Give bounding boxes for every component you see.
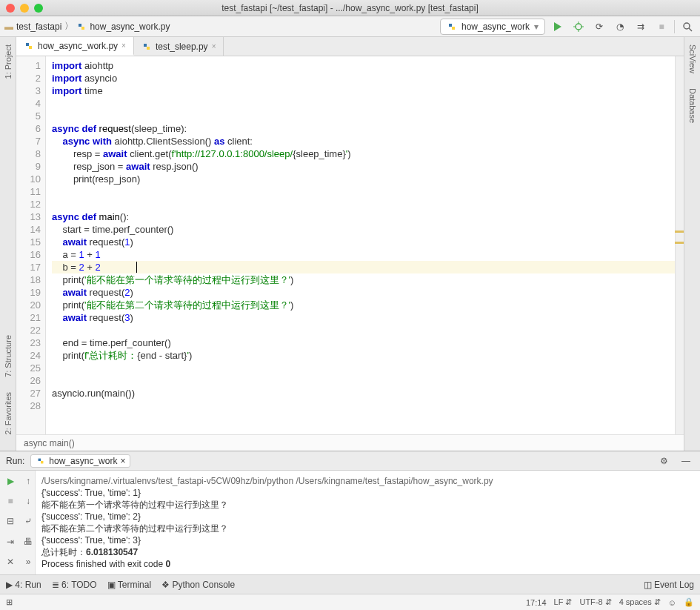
sciview-tool-tab[interactable]: SciView	[687, 42, 699, 76]
todo-tool-tab[interactable]: ≣ 6: TODO	[52, 580, 97, 590]
run-button[interactable]	[550, 19, 566, 35]
code-line[interactable]: start = time.perf_counter()	[52, 223, 675, 236]
breadcrumb-separator: 〉	[64, 20, 73, 33]
code-line[interactable]: import aiohttp	[52, 59, 675, 72]
event-log-tool-tab[interactable]: ◫ Event Log	[644, 580, 694, 590]
code-line[interactable]: print(f'总计耗时：{end - start}')	[52, 349, 675, 362]
python-console-tool-tab[interactable]: ❖ Python Console	[161, 580, 235, 590]
run-tool-window: Run: how_async_work × ⚙ — ▶ ↑ ■ ↓ ⊟ ⤶ ⇥ …	[0, 451, 700, 574]
project-tool-tab[interactable]: 1: Project	[2, 42, 14, 82]
line-number-gutter: 1234567891011121314151617181920212223242…	[16, 56, 46, 434]
search-everywhere-button[interactable]	[679, 19, 696, 35]
code-line[interactable]	[52, 400, 675, 412]
hide-panel-button[interactable]: —	[678, 453, 694, 469]
code-line[interactable]: resp_json = await resp.json()	[52, 160, 675, 173]
code-line[interactable]: import asyncio	[52, 72, 675, 84]
code-line[interactable]	[52, 374, 675, 387]
favorites-tool-tab[interactable]: 2: Favorites	[2, 389, 14, 437]
breadcrumb-file[interactable]: how_async_work.py	[76, 21, 170, 32]
coverage-button[interactable]: ⟳	[591, 19, 607, 35]
run-side-toolbar: ▶ ↑ ■ ↓ ⊟ ⤶ ⇥ 🖶 ✕ »	[0, 471, 36, 574]
svg-point-0	[576, 24, 581, 30]
terminal-tool-tab[interactable]: ▣ Terminal	[107, 580, 151, 590]
code-line[interactable]: await request(1)	[52, 236, 675, 248]
code-line[interactable]: async def main():	[52, 210, 675, 223]
database-tool-tab[interactable]: Database	[687, 85, 699, 126]
scroll-to-end-button[interactable]: ⇥	[3, 534, 18, 549]
editor-area[interactable]: 1234567891011121314151617181920212223242…	[16, 56, 684, 434]
code-line[interactable]: await request(2)	[52, 286, 675, 299]
lock-icon[interactable]: 🔒	[684, 597, 694, 607]
editor-tabs: how_async_work.py×test_sleep.py×	[16, 37, 684, 56]
window-title: test_fastapi [~/test_fastapi] - .../how_…	[0, 3, 700, 13]
code-line[interactable]	[52, 362, 675, 374]
code-breadcrumb[interactable]: async main()	[16, 434, 684, 451]
settings-icon[interactable]: ⚙	[656, 453, 672, 469]
structure-tool-tab[interactable]: 7: Structure	[2, 332, 14, 380]
code-line[interactable]: asyncio.run(main())	[52, 387, 675, 400]
run-tab[interactable]: how_async_work ×	[30, 454, 130, 468]
left-tool-strip: 1: Project 7: Structure 2: Favorites	[0, 37, 16, 451]
code-line[interactable]	[52, 97, 675, 110]
stop-button[interactable]: ■	[653, 19, 670, 35]
indent-settings[interactable]: 4 spaces ⇵	[619, 597, 661, 607]
run-tab-label: how_async_work	[49, 456, 117, 466]
breadcrumb-root[interactable]: ▬ test_fastapi	[4, 21, 61, 32]
code-line[interactable]	[52, 324, 675, 337]
code-line[interactable]: print(resp_json)	[52, 173, 675, 185]
close-icon[interactable]: ×	[121, 42, 126, 50]
code-line[interactable]: resp = await client.get(f'http://127.0.0…	[52, 147, 675, 160]
status-bar: ⊞ 17:14 LF ⇵ UTF-8 ⇵ 4 spaces ⇵ ☺ 🔒	[0, 594, 700, 610]
rerun-button[interactable]: ▶	[3, 474, 18, 488]
code-editor[interactable]: import aiohttpimport asyncioimport time …	[46, 56, 675, 434]
file-encoding[interactable]: UTF-8 ⇵	[579, 597, 611, 607]
code-line[interactable]: await request(3)	[52, 311, 675, 324]
status-widgets-icon[interactable]: ⊞	[6, 597, 13, 607]
profile-button[interactable]: ◔	[612, 19, 628, 35]
caret-position[interactable]: 17:14	[526, 598, 547, 607]
code-line[interactable]: async with aiohttp.ClientSession() as cl…	[52, 135, 675, 147]
run-panel-title: Run:	[6, 456, 24, 466]
layout-button[interactable]: ⊟	[3, 514, 18, 528]
print-button[interactable]: 🖶	[21, 534, 36, 549]
code-line[interactable]: end = time.perf_counter()	[52, 337, 675, 349]
folder-icon: ▬	[4, 21, 13, 32]
code-line[interactable]	[52, 110, 675, 122]
editor-tab[interactable]: how_async_work.py×	[16, 37, 134, 56]
bottom-tool-bar: ▶ 4: Run ≣ 6: TODO ▣ Terminal ❖ Python C…	[0, 574, 700, 594]
python-file-icon	[24, 41, 34, 51]
close-icon[interactable]: ×	[212, 42, 216, 50]
code-line[interactable]: print('能不能在第二个请求等待的过程中运行到这里？')	[52, 299, 675, 311]
step-up-button[interactable]: ↑	[21, 474, 36, 488]
more-button[interactable]: »	[21, 554, 36, 569]
code-line[interactable]: async def request(sleep_time):	[52, 122, 675, 135]
debug-button[interactable]	[570, 19, 587, 35]
line-separator[interactable]: LF ⇵	[554, 597, 573, 607]
right-tool-strip: SciView Database	[684, 37, 700, 451]
svg-line-6	[689, 28, 692, 31]
svg-point-5	[684, 23, 690, 29]
editor-scroll-strip[interactable]	[675, 56, 684, 434]
attach-button[interactable]: ⇉	[633, 19, 649, 35]
python-file-icon	[36, 456, 46, 466]
run-configuration-selector[interactable]: how_async_work ▾	[440, 19, 545, 35]
close-icon[interactable]: ×	[120, 456, 125, 466]
code-line[interactable]	[52, 198, 675, 210]
run-console-output[interactable]: /Users/kingname/.virtualenvs/test_fastap…	[36, 471, 700, 574]
stop-button[interactable]: ■	[3, 494, 18, 508]
clear-button[interactable]: ✕	[3, 554, 18, 569]
soft-wrap-button[interactable]: ⤶	[21, 514, 36, 528]
code-line[interactable]: a = 1 + 1	[52, 248, 675, 261]
editor-tab[interactable]: test_sleep.py×	[134, 37, 224, 56]
code-line[interactable]: b = 2 + 2	[52, 261, 675, 273]
editor-column: how_async_work.py×test_sleep.py× 1234567…	[16, 37, 684, 451]
breadcrumb-label: how_async_work.py	[90, 21, 170, 32]
code-line[interactable]: print('能不能在第一个请求等待的过程中运行到这里？')	[52, 273, 675, 286]
code-line[interactable]	[52, 185, 675, 198]
run-tool-tab[interactable]: ▶ 4: Run	[6, 580, 41, 590]
step-down-button[interactable]: ↓	[21, 494, 36, 508]
tab-label: test_sleep.py	[156, 42, 208, 52]
inspection-icon[interactable]: ☺	[668, 598, 676, 607]
code-line[interactable]: import time	[52, 84, 675, 97]
python-file-icon	[447, 21, 457, 32]
